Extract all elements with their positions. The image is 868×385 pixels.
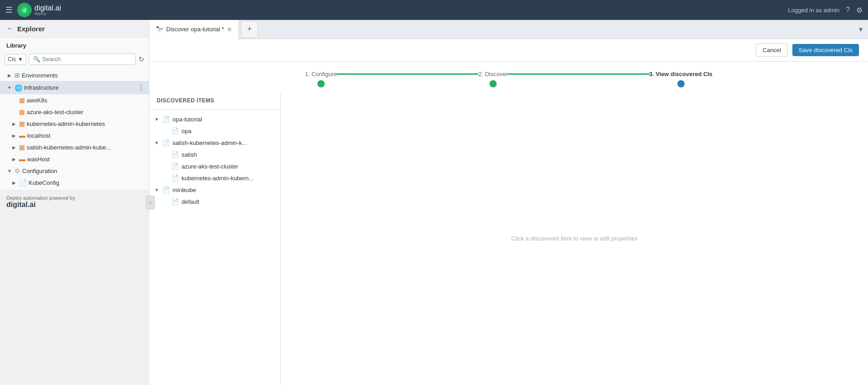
tab-close-icon[interactable]: ✕ [227, 26, 232, 33]
disc-arrow: ▼ [154, 188, 159, 192]
disc-icon-minikube: 📄 [162, 186, 170, 193]
disc-arrow: ▼ [154, 117, 159, 122]
step-line-1 [337, 73, 478, 85]
sidebar-item-environments[interactable]: ▶ ⊞ Environments [0, 69, 149, 81]
svg-text:d: d [23, 8, 26, 13]
configuration-icon: ⚙ [14, 167, 20, 174]
refresh-icon[interactable]: ↻ [139, 55, 144, 63]
step-line-2 [508, 73, 649, 85]
disc-icon-satish: 📄 [171, 151, 179, 158]
disc-icon-satish-kube: 📄 [162, 139, 170, 146]
sidebar-item-infrastructure[interactable]: ▼ 🌐 Infrastructure ⋮ [0, 81, 149, 94]
azure-label: azure-aks-test-cluster [27, 109, 144, 116]
disc-label-default: default [182, 198, 199, 205]
expand-arrow: ▶ [11, 133, 17, 138]
step-discover-dot [489, 80, 497, 87]
search-input[interactable] [42, 56, 132, 63]
k8s-label: kubernetes-admin-kubernetes [27, 120, 144, 127]
logo-text-area: digital.ai deploy [34, 4, 61, 16]
disc-label-azure: azure-aks-test-cluster [182, 163, 238, 170]
disc-item-opa-tutorial[interactable]: ▼ 📄 opa-tutorial [149, 113, 280, 125]
sidebar-item-configuration[interactable]: ▼ ⚙ Configuration [0, 165, 149, 177]
sidebar-wrapper: ← Explorer Library CIs ▼ 🔍 ↻ [0, 20, 149, 385]
tabs-chevron-icon[interactable]: ▾ [854, 25, 868, 34]
tab-discover-opa-tutorial[interactable]: 🔭 Discover opa-tutorial * ✕ [149, 20, 239, 39]
disc-item-minikube[interactable]: ▼ 📄 minikube [149, 184, 280, 196]
step-configure: 1. Configure [305, 71, 337, 87]
infrastructure-menu-icon[interactable]: ⋮ [137, 83, 144, 92]
disc-label-satish-kube: satish-kubernetes-admin-k... [173, 140, 247, 146]
library-label: Library [0, 38, 149, 51]
expand-arrow: ▶ [6, 73, 13, 78]
awsk8s-label: awsK8s [27, 97, 144, 104]
step-line-segment-2 [508, 73, 649, 75]
sidebar-item-satish-kube[interactable]: ▶ ▦ satish-kubernetes-admin-kube... [0, 141, 149, 153]
disc-label-k8s: kubernetes-admin-kubern... [182, 175, 254, 182]
infrastructure-label: Infrastructure [24, 84, 135, 91]
cancel-button[interactable]: Cancel [756, 43, 787, 57]
save-discovered-cis-button[interactable]: Save discovered CIs [792, 44, 859, 56]
sidebar-item-localhost[interactable]: ▶ ▬ localhost [0, 130, 149, 141]
washost-label: wasHost [27, 156, 144, 163]
localhost-icon: ▬ [19, 132, 25, 139]
search-input-wrap: 🔍 [29, 53, 136, 65]
sidebar-tree: ▶ ⊞ Environments ▼ 🌐 Infrastructure ⋮ ▦ … [0, 67, 149, 190]
disc-icon-k8s: 📄 [171, 174, 179, 182]
footer-logo: digital.ai [6, 201, 143, 209]
tabs-bar: 🔭 Discover opa-tutorial * ✕ + ▾ [149, 20, 868, 39]
configuration-label: Configuration [22, 168, 144, 174]
step-configure-label: 1. Configure [305, 71, 337, 77]
disc-item-satish[interactable]: 📄 satish [149, 149, 280, 160]
back-button[interactable]: ← [6, 24, 14, 33]
sidebar-item-washost[interactable]: ▶ ▬ wasHost [0, 153, 149, 165]
azure-icon: ▦ [19, 108, 25, 116]
disc-item-default[interactable]: 📄 default [149, 196, 280, 207]
disc-item-opa[interactable]: 📄 opa [149, 125, 280, 137]
type-selector[interactable]: CIs ▼ [5, 54, 26, 65]
expand-arrow: ▼ [6, 168, 13, 173]
sidebar-collapse-button[interactable]: ‹ [146, 196, 155, 209]
disc-item-azure-aks[interactable]: 📄 azure-aks-test-cluster [149, 160, 280, 172]
disc-item-k8s-admin[interactable]: 📄 kubernetes-admin-kubern... [149, 172, 280, 184]
sidebar-header: ← Explorer [0, 20, 149, 38]
step-configure-dot [317, 80, 325, 87]
kubeconfig-label: KubeConfig [29, 179, 144, 186]
main-layout: ← Explorer Library CIs ▼ 🔍 ↻ [0, 20, 868, 385]
tab-binoculars-icon: 🔭 [156, 26, 163, 33]
logo-icon: d [17, 3, 32, 17]
discovery-layout: DISCOVERED ITEMS ▼ 📄 opa-tutorial 📄 o [149, 92, 868, 385]
properties-panel: Click a discovered item to view or edit … [281, 92, 868, 385]
localhost-label: localhost [27, 132, 144, 139]
step-line-segment-1 [337, 73, 478, 75]
disc-icon-opa-tutorial: 📄 [162, 116, 170, 123]
powered-by-label: Deploy automation powered by [6, 195, 143, 201]
logo-brand: digital.ai [34, 4, 61, 12]
explorer-title: Explorer [17, 25, 45, 33]
washost-icon: ▬ [19, 155, 25, 163]
content-toolbar: Cancel Save discovered CIs [149, 39, 868, 62]
content-main: Cancel Save discovered CIs 1. Configure [149, 39, 868, 385]
tab-add-button[interactable]: + [241, 21, 258, 38]
search-icon: 🔍 [33, 56, 40, 63]
logo-area: d digital.ai deploy [17, 3, 61, 17]
hamburger-menu-icon[interactable]: ☰ [5, 5, 13, 15]
discovered-panel: DISCOVERED ITEMS ▼ 📄 opa-tutorial 📄 o [149, 92, 281, 385]
step-discover-label: 2. Discover [478, 71, 508, 77]
sidebar-item-k8s-admin[interactable]: ▶ ▦ kubernetes-admin-kubernetes [0, 118, 149, 130]
sidebar-item-awsk8s[interactable]: ▦ awsK8s [0, 94, 149, 106]
sidebar-item-kubeconfig[interactable]: ▶ 📄 KubeConfig [0, 177, 149, 188]
sidebar-item-azure-aks[interactable]: ▦ azure-aks-test-cluster [0, 106, 149, 118]
disc-arrow: ▼ [154, 140, 159, 145]
disc-icon-default: 📄 [171, 198, 179, 205]
disc-label-satish: satish [182, 151, 197, 158]
expand-arrow: ▶ [11, 121, 17, 126]
expand-arrow: ▼ [6, 85, 13, 90]
sidebar-footer: Deploy automation powered by digital.ai [0, 190, 149, 213]
properties-empty-label: Click a discovered item to view or edit … [511, 235, 638, 242]
environments-label: Environments [22, 72, 144, 79]
disc-icon-opa: 📄 [171, 127, 179, 135]
disc-label-opa: opa [182, 128, 192, 135]
disc-item-satish-kube[interactable]: ▼ 📄 satish-kubernetes-admin-k... [149, 137, 280, 149]
help-icon[interactable]: ? [846, 6, 850, 14]
settings-icon[interactable]: ⚙ [856, 6, 863, 14]
